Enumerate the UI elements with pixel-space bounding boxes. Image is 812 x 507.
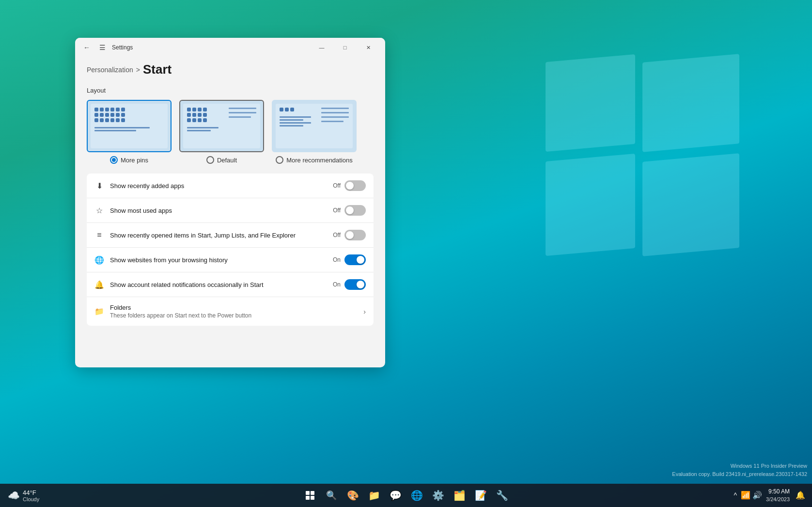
account-notifications-title: Show account related notifications occas… — [110, 281, 327, 288]
current-time: 9:50 AM — [766, 488, 790, 496]
search-taskbar-button[interactable]: 🔍 — [322, 486, 341, 505]
browsing-history-title: Show websites from your browsing history — [110, 256, 327, 264]
setting-row-account-notifications[interactable]: 🔔 Show account related notifications occ… — [87, 272, 374, 297]
layout-more-pins-label: More pins — [121, 157, 148, 164]
recently-added-icon: ⬇ — [94, 181, 104, 190]
setting-row-browsing-history[interactable]: 🌐 Show websites from your browsing histo… — [87, 248, 374, 272]
volume-icon[interactable]: 🔊 — [752, 491, 762, 500]
taskbar-app-7[interactable]: 🔧 — [492, 486, 512, 505]
weather-info: 44°F Cloudy — [23, 489, 39, 502]
folders-chevron-icon: › — [363, 308, 366, 316]
chevron-up-icon[interactable]: ^ — [732, 490, 739, 501]
recently-added-state: Off — [333, 182, 341, 189]
taskbar-app-1[interactable]: 🎨 — [343, 486, 362, 505]
most-used-icon: ☆ — [94, 206, 104, 215]
recently-opened-state: Off — [333, 232, 341, 238]
layout-preview-default — [179, 100, 264, 152]
radio-default — [206, 156, 214, 164]
app-icon-1: 🎨 — [347, 490, 359, 501]
browsing-history-control: On — [333, 254, 366, 265]
hamburger-menu-button[interactable]: ☰ — [96, 42, 108, 53]
recently-added-toggle[interactable] — [344, 180, 366, 191]
layout-section-label: Layout — [87, 87, 374, 94]
layout-radio-more-pins[interactable]: More pins — [110, 156, 148, 164]
layout-more-recommendations-label: More recommendations — [286, 157, 353, 164]
start-button[interactable] — [300, 486, 320, 505]
browsing-history-toggle[interactable] — [344, 254, 366, 265]
minimize-button[interactable]: — — [311, 40, 333, 55]
taskbar-app-2[interactable]: 📁 — [364, 486, 384, 505]
account-notifications-control: On — [333, 279, 366, 290]
recently-added-title: Show recently added apps — [110, 182, 327, 190]
weather-description: Cloudy — [23, 496, 39, 502]
search-icon: 🔍 — [326, 490, 337, 501]
most-used-thumb — [346, 206, 354, 214]
taskbar-weather[interactable]: ☁️ 44°F Cloudy — [3, 487, 44, 504]
system-tray: ^ 📶 🔊 — [732, 490, 762, 501]
folders-text: Folders These folders appear on Start ne… — [110, 304, 358, 319]
title-bar: ← ☰ Settings — □ ✕ — [75, 38, 385, 57]
title-bar-left: ← ☰ Settings — [81, 42, 311, 53]
account-notifications-text: Show account related notifications occas… — [110, 281, 327, 288]
settings-icon: ⚙️ — [432, 490, 444, 501]
taskbar-app-4[interactable]: 🌐 — [407, 486, 426, 505]
folders-title: Folders — [110, 304, 358, 311]
recently-opened-control: Off — [333, 230, 366, 240]
close-button[interactable]: ✕ — [357, 40, 379, 55]
most-used-toggle[interactable] — [344, 205, 366, 216]
account-notifications-state: On — [333, 281, 341, 288]
breadcrumb: Personalization > Start — [87, 62, 374, 77]
page-title: Start — [143, 62, 172, 77]
layout-radio-default[interactable]: Default — [206, 156, 237, 164]
app-icon-3: 💬 — [390, 490, 402, 501]
layout-option-more-recommendations[interactable]: More recommendations — [272, 100, 357, 164]
weather-temperature: 44°F — [23, 489, 39, 496]
maximize-button[interactable]: □ — [334, 40, 356, 55]
settings-content: Personalization > Start Layout — [75, 57, 385, 367]
recently-opened-title: Show recently opened items in Start, Jum… — [110, 232, 327, 239]
window-title: Settings — [112, 44, 133, 51]
app-icon-7: 🔧 — [496, 490, 508, 501]
browsing-history-thumb — [357, 256, 364, 264]
recently-opened-text: Show recently opened items in Start, Jum… — [110, 232, 327, 239]
layout-option-more-pins[interactable]: More pins — [87, 100, 172, 164]
recently-opened-thumb — [346, 231, 354, 239]
folders-row[interactable]: 📁 Folders These folders appear on Start … — [87, 297, 374, 326]
layout-option-default[interactable]: Default — [179, 100, 264, 164]
recently-opened-toggle[interactable] — [344, 230, 366, 240]
most-used-title: Show most used apps — [110, 207, 327, 214]
layout-default-label: Default — [217, 157, 237, 164]
system-clock[interactable]: 9:50 AM 3/24/2023 — [766, 488, 790, 503]
app-icon-5: 🗂️ — [453, 490, 466, 501]
network-icon[interactable]: 📶 — [741, 491, 750, 500]
browsing-history-icon: 🌐 — [94, 255, 104, 265]
taskbar-app-5[interactable]: 🗂️ — [450, 486, 469, 505]
recently-added-control: Off — [333, 180, 366, 191]
taskbar: ☁️ 44°F Cloudy 🔍 🎨 📁 💬 — [0, 484, 812, 507]
breadcrumb-parent[interactable]: Personalization — [87, 66, 133, 74]
current-date: 3/24/2023 — [766, 496, 790, 503]
layout-radio-more-recommendations[interactable]: More recommendations — [276, 156, 353, 164]
notification-icon[interactable]: 🔔 — [794, 489, 807, 502]
settings-window: ← ☰ Settings — □ ✕ Personalization > Sta… — [75, 38, 385, 367]
recently-added-thumb — [346, 182, 354, 190]
window-controls: — □ ✕ — [311, 40, 379, 55]
browsing-history-text: Show websites from your browsing history — [110, 256, 327, 264]
setting-row-recently-added[interactable]: ⬇ Show recently added apps Off — [87, 174, 374, 198]
windows-logo-wallpaper — [546, 58, 739, 252]
folders-subtitle: These folders appear on Start next to th… — [110, 312, 358, 319]
recently-opened-icon: ≡ — [94, 230, 104, 240]
most-used-control: Off — [333, 205, 366, 216]
radio-more-recommendations — [276, 156, 283, 164]
evaluation-watermark: Windows 11 Pro Insider Preview Evaluatio… — [672, 462, 807, 478]
setting-row-recently-opened[interactable]: ≡ Show recently opened items in Start, J… — [87, 223, 374, 248]
taskbar-app-6[interactable]: 📝 — [471, 486, 490, 505]
windows-logo-icon — [306, 491, 314, 500]
taskbar-settings-app[interactable]: ⚙️ — [428, 486, 448, 505]
account-notifications-toggle[interactable] — [344, 279, 366, 290]
setting-row-most-used[interactable]: ☆ Show most used apps Off — [87, 198, 374, 223]
folders-icon: 📁 — [94, 307, 104, 317]
back-button[interactable]: ← — [81, 42, 93, 53]
radio-more-pins — [110, 156, 118, 164]
taskbar-app-3[interactable]: 💬 — [386, 486, 405, 505]
